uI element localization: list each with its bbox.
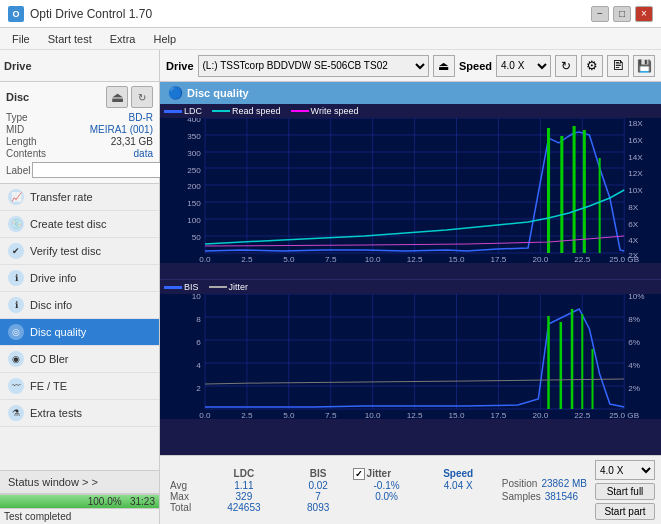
svg-text:300: 300 [187, 149, 201, 158]
speed-label: Speed [459, 60, 492, 72]
svg-text:8X: 8X [628, 203, 639, 212]
avg-bis: 0.02 [286, 480, 351, 491]
avg-jitter: -0.1% [351, 480, 423, 491]
status-window-label: Status window > > [8, 476, 98, 488]
svg-text:2.5: 2.5 [241, 411, 253, 419]
speed-btn-section: 4.0 X Start full Start part [595, 460, 655, 520]
stats-table: LDC BIS ✓ Jitter Speed [166, 468, 494, 513]
position-value: 23862 MB [541, 478, 587, 489]
svg-text:5.0: 5.0 [283, 411, 295, 419]
close-button[interactable]: × [635, 6, 653, 22]
svg-text:8%: 8% [628, 315, 640, 324]
avg-label: Avg [166, 480, 202, 491]
drive-info-icon: ℹ [8, 270, 24, 286]
stats-row: LDC BIS ✓ Jitter Speed [160, 455, 661, 524]
nav-item-fe-te[interactable]: 〰 FE / TE [0, 373, 159, 400]
speed-select-stats[interactable]: 4.0 X [595, 460, 655, 480]
svg-text:2.5: 2.5 [241, 255, 253, 263]
ldc-legend-label: LDC [184, 106, 202, 116]
options-btn2[interactable]: 🖹 [607, 55, 629, 77]
svg-text:25.0 GB: 25.0 GB [609, 255, 639, 263]
menu-help[interactable]: Help [145, 31, 184, 47]
contents-label: Contents [6, 148, 46, 159]
mid-value: MEIRA1 (001) [90, 124, 153, 135]
jitter-checkbox[interactable]: ✓ [353, 468, 365, 480]
svg-text:4: 4 [196, 361, 201, 370]
nav-label-disc-info: Disc info [30, 299, 72, 311]
svg-text:14X: 14X [628, 153, 643, 162]
drive-label: Drive [4, 60, 32, 72]
svg-text:0.0: 0.0 [199, 255, 211, 263]
svg-text:16X: 16X [628, 136, 643, 145]
max-bis: 7 [286, 491, 351, 502]
status-section: Status window > > 100.0% 31:23 Test comp… [0, 470, 159, 524]
options-btn1[interactable]: ⚙ [581, 55, 603, 77]
drive-select[interactable]: (L:) TSSTcorp BDDVDW SE-506CB TS02 [198, 55, 429, 77]
chart-title: Disc quality [187, 87, 249, 99]
nav-label-disc-quality: Disc quality [30, 326, 86, 338]
nav-item-disc-quality[interactable]: ◎ Disc quality [0, 319, 159, 346]
jitter-legend-label: Jitter [229, 282, 249, 292]
svg-text:150: 150 [187, 199, 201, 208]
max-label: Max [166, 491, 202, 502]
menu-file[interactable]: File [4, 31, 38, 47]
status-text: Test completed [4, 511, 71, 522]
nav-label-fe-te: FE / TE [30, 380, 67, 392]
samples-label: Samples [502, 491, 541, 502]
jitter-col-label: Jitter [367, 468, 391, 479]
nav-item-extra-tests[interactable]: ⚗ Extra tests [0, 400, 159, 427]
col-ldc: LDC [202, 468, 286, 480]
menu-extra[interactable]: Extra [102, 31, 144, 47]
left-panel: Drive Disc ⏏ ↻ Type BD-R MID MEIRA1 (001… [0, 50, 160, 524]
menu-start-test[interactable]: Start test [40, 31, 100, 47]
start-full-button[interactable]: Start full [595, 483, 655, 500]
content-area: Drive (L:) TSSTcorp BDDVDW SE-506CB TS02… [160, 50, 661, 524]
fe-te-icon: 〰 [8, 378, 24, 394]
svg-text:18X: 18X [628, 119, 643, 128]
label-input[interactable] [32, 162, 161, 178]
length-value: 23,31 GB [111, 136, 153, 147]
minimize-button[interactable]: − [591, 6, 609, 22]
bis-legend-label: BIS [184, 282, 199, 292]
svg-text:22.5: 22.5 [574, 255, 590, 263]
chart1-svg: 400 350 300 250 200 150 100 50 18X 16X 1… [160, 118, 661, 263]
maximize-button[interactable]: □ [613, 6, 631, 22]
nav-item-cd-bler[interactable]: ◉ CD Bler [0, 346, 159, 373]
nav-item-disc-info[interactable]: ℹ Disc info [0, 292, 159, 319]
start-part-button[interactable]: Start part [595, 503, 655, 520]
menu-bar: File Start test Extra Help [0, 28, 661, 50]
svg-text:10.0: 10.0 [365, 255, 381, 263]
disc-info-icon: ℹ [8, 297, 24, 313]
svg-text:22.5: 22.5 [574, 411, 590, 419]
svg-text:350: 350 [187, 132, 201, 141]
nav-label-create-test-disc: Create test disc [30, 218, 106, 230]
create-test-disc-icon: 💿 [8, 216, 24, 232]
nav-item-drive-info[interactable]: ℹ Drive info [0, 265, 159, 292]
svg-text:100: 100 [187, 216, 201, 225]
window-controls: − □ × [591, 6, 653, 22]
drive-toolbar-label: Drive [166, 60, 194, 72]
svg-text:400: 400 [187, 118, 201, 124]
bis-legend-color [164, 286, 182, 289]
max-jitter: 0.0% [351, 491, 423, 502]
type-value: BD-R [129, 112, 153, 123]
stats-avg-row: Avg 1.11 0.02 -0.1% 4.04 X [166, 480, 494, 491]
speed-icon-btn[interactable]: ↻ [555, 55, 577, 77]
nav-item-create-test-disc[interactable]: 💿 Create test disc [0, 211, 159, 238]
svg-text:17.5: 17.5 [490, 255, 506, 263]
nav-item-verify-test-disc[interactable]: ✔ Verify test disc [0, 238, 159, 265]
svg-text:50: 50 [192, 233, 202, 242]
speed-select[interactable]: 4.0 X [496, 55, 551, 77]
status-window-button[interactable]: Status window > > [0, 471, 159, 494]
disc-refresh-icon[interactable]: ↻ [131, 86, 153, 108]
nav-item-transfer-rate[interactable]: 📈 Transfer rate [0, 184, 159, 211]
svg-text:8: 8 [196, 315, 201, 324]
svg-text:2%: 2% [628, 384, 640, 393]
length-label: Length [6, 136, 37, 147]
disc-eject-icon[interactable]: ⏏ [106, 86, 128, 108]
eject-button[interactable]: ⏏ [433, 55, 455, 77]
svg-text:7.5: 7.5 [325, 255, 337, 263]
nav-label-extra-tests: Extra tests [30, 407, 82, 419]
avg-ldc: 1.11 [202, 480, 286, 491]
save-btn[interactable]: 💾 [633, 55, 655, 77]
